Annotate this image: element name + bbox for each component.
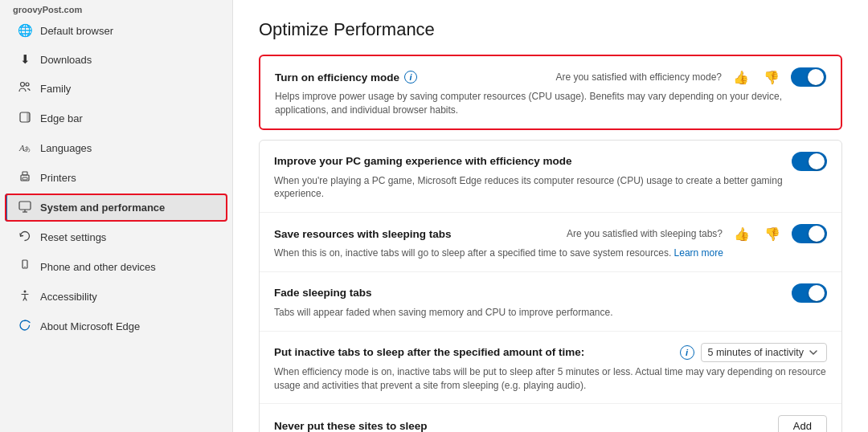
sleeping-tabs-toggle[interactable] [792, 224, 827, 243]
fade-sleeping-tabs-title: Fade sleeping tabs [274, 287, 372, 299]
efficiency-feedback-text: Are you satisfied with efficiency mode? [555, 71, 722, 83]
gaming-toggle-thumb [809, 153, 825, 169]
fade-tabs-controls [792, 283, 827, 303]
other-settings-section: Improve your PC gaming experience with e… [259, 140, 842, 432]
inactivity-value: 5 minutes of inactivity [708, 347, 805, 358]
gaming-experience-desc: When you're playing a PC game, Microsoft… [274, 174, 827, 202]
sidebar-item-accessibility[interactable]: Accessibility [5, 283, 227, 311]
svg-point-1 [26, 83, 29, 86]
sleeping-toggle-thumb [809, 226, 825, 242]
edge-bar-icon [18, 111, 32, 126]
sidebar: groovyPost.com 🌐 Default browser ⬇ Downl… [0, 0, 233, 432]
sidebar-item-label: Edge bar [40, 112, 218, 124]
efficiency-toggle-thumb [808, 69, 824, 85]
never-sleep-controls: Add [778, 415, 827, 432]
sleeping-tabs-controls: Are you satisfied with sleeping tabs? 👍 … [567, 224, 827, 243]
efficiency-toggle-track [791, 67, 826, 87]
gaming-experience-title: Improve your PC gaming experience with e… [274, 155, 572, 167]
sidebar-item-label: Reset settings [40, 231, 218, 243]
main-content: Optimize Performance Turn on efficiency … [233, 0, 868, 432]
gaming-experience-row: Improve your PC gaming experience with e… [260, 141, 841, 214]
efficiency-thumbs-down-button[interactable]: 👎 [760, 68, 783, 87]
sidebar-item-label: Default browser [40, 25, 218, 37]
efficiency-mode-row: Turn on efficiency mode i Are you satisf… [260, 56, 841, 128]
inactive-tabs-title: Put inactive tabs to sleep after the spe… [274, 346, 584, 358]
watermark: groovyPost.com [0, 0, 232, 16]
fade-sleeping-tabs-desc: Tabs will appear faded when saving memor… [274, 306, 827, 320]
sleeping-tabs-thumbs-up-button[interactable]: 👍 [731, 225, 753, 243]
sidebar-item-label: Downloads [40, 54, 218, 66]
svg-rect-9 [19, 202, 31, 210]
learn-more-link[interactable]: Learn more [674, 247, 723, 259]
system-performance-icon [18, 200, 32, 215]
sidebar-item-label: System and performance [40, 202, 218, 214]
sidebar-item-printers[interactable]: Printers [5, 164, 227, 192]
gaming-toggle-track [792, 152, 827, 171]
sleeping-tabs-title: Save resources with sleeping tabs [274, 228, 452, 240]
never-sleep-title: Never put these sites to sleep [274, 420, 428, 432]
sidebar-item-phone-devices[interactable]: Phone and other devices [5, 253, 227, 281]
never-sleep-sites-row: Never put these sites to sleep Add This … [260, 404, 841, 432]
sleeping-tabs-desc: When this is on, inactive tabs will go t… [274, 247, 827, 260]
svg-rect-8 [23, 177, 27, 180]
family-icon [18, 81, 32, 96]
languages-icon: Aあ [18, 141, 32, 156]
inactivity-info-icon[interactable]: i [680, 345, 694, 360]
sleeping-toggle-track [792, 224, 827, 243]
gaming-experience-toggle[interactable] [792, 152, 827, 171]
printers-icon [18, 170, 32, 185]
gaming-controls [792, 152, 827, 171]
efficiency-mode-toggle[interactable] [791, 67, 826, 87]
about-edge-icon [18, 319, 32, 334]
sidebar-item-languages[interactable]: Aあ Languages [5, 134, 227, 162]
fade-sleeping-tabs-row: Fade sleeping tabs Tabs will appear fade… [260, 272, 841, 332]
svg-rect-3 [27, 112, 30, 122]
efficiency-thumbs-up-button[interactable]: 👍 [730, 68, 752, 87]
sleeping-tabs-thumbs-down-button[interactable]: 👎 [761, 225, 784, 243]
sidebar-item-edge-bar[interactable]: Edge bar [5, 104, 227, 132]
fade-toggle-track [792, 283, 827, 303]
sleeping-tabs-feedback-text: Are you satisfied with sleeping tabs? [567, 228, 723, 239]
svg-text:あ: あ [24, 145, 31, 153]
sidebar-item-label: Family [40, 83, 218, 95]
efficiency-mode-desc: Helps improve power usage by saving comp… [275, 90, 826, 117]
fade-toggle-thumb [809, 285, 825, 301]
accessibility-icon [18, 289, 32, 304]
inactivity-dropdown[interactable]: 5 minutes of inactivity [701, 343, 828, 362]
fade-sleeping-tabs-toggle[interactable] [792, 283, 827, 303]
sidebar-item-default-browser[interactable]: 🌐 Default browser [5, 17, 227, 44]
inactive-tabs-row: Put inactive tabs to sleep after the spe… [260, 332, 841, 405]
efficiency-mode-info-icon[interactable]: i [404, 71, 417, 84]
sidebar-item-label: Phone and other devices [40, 261, 218, 273]
efficiency-mode-title: Turn on efficiency mode i [275, 71, 417, 84]
inactivity-controls: i 5 minutes of inactivity [680, 343, 828, 362]
svg-point-12 [24, 291, 27, 293]
sidebar-item-reset-settings[interactable]: Reset settings [5, 223, 227, 251]
svg-point-0 [21, 83, 25, 87]
sidebar-item-family[interactable]: Family [5, 75, 227, 103]
dropdown-chevron-icon [809, 348, 818, 357]
svg-point-11 [24, 267, 25, 267]
sleeping-tabs-row: Save resources with sleeping tabs Are yo… [260, 213, 841, 272]
page-title: Optimize Performance [259, 19, 842, 40]
default-browser-icon: 🌐 [18, 23, 32, 38]
inactive-tabs-desc: When efficiency mode is on, inactive tab… [274, 365, 827, 393]
add-site-button[interactable]: Add [778, 415, 827, 432]
sidebar-item-label: Printers [40, 172, 218, 184]
sidebar-item-downloads[interactable]: ⬇ Downloads [5, 46, 227, 73]
sidebar-item-about-edge[interactable]: About Microsoft Edge [5, 312, 227, 340]
sidebar-item-label: Languages [40, 142, 218, 154]
sidebar-item-label: About Microsoft Edge [40, 320, 218, 332]
efficiency-mode-controls: Are you satisfied with efficiency mode? … [555, 67, 826, 87]
svg-rect-7 [23, 172, 27, 175]
efficiency-mode-section: Turn on efficiency mode i Are you satisf… [259, 55, 842, 130]
downloads-icon: ⬇ [18, 52, 32, 67]
sidebar-item-label: Accessibility [40, 291, 218, 303]
sidebar-item-system-performance[interactable]: System and performance [5, 194, 227, 222]
phone-devices-icon [18, 259, 32, 275]
reset-settings-icon [18, 230, 32, 245]
